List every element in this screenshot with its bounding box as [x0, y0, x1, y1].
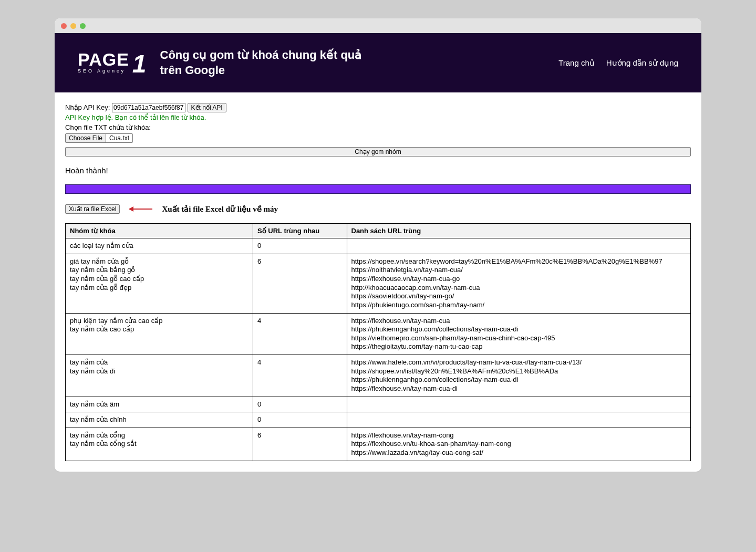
close-icon[interactable]	[61, 23, 67, 29]
cell-count: 0	[253, 238, 347, 254]
export-excel-button[interactable]: Xuất ra file Excel	[65, 204, 120, 214]
main-nav: Trang chủ Hướng dẫn sử dụng	[558, 58, 678, 68]
cell-count: 4	[253, 313, 347, 355]
table-row: các loại tay nắm cửa0	[66, 238, 691, 254]
cell-keywords: tay nắm cửa âm	[66, 397, 253, 412]
connect-api-button[interactable]: Kết nối API	[188, 103, 226, 112]
nav-guide[interactable]: Hướng dẫn sử dụng	[606, 58, 678, 68]
cell-count: 6	[253, 428, 347, 461]
page-title: Công cụ gom từ khoá chung kết quả trên G…	[160, 48, 370, 78]
cell-keywords: tay nắm cửa chính	[66, 412, 253, 428]
window-titlebar	[55, 18, 701, 33]
th-count: Số URL trùng nhau	[253, 224, 347, 238]
cell-keywords: tay nắm cửatay nắm cửa đi	[66, 355, 253, 397]
cell-keywords: giá tay nắm cửa gỗtay nắm cửa bằng gỗtay…	[66, 254, 253, 313]
table-row: tay nắm cửa chính0	[66, 412, 691, 428]
cell-urls: https://shopee.vn/search?keyword=tay%20n…	[347, 254, 691, 313]
cell-keywords: phụ kiện tay nắm cửa cao cấptay nắm cửa …	[66, 313, 253, 355]
cell-count: 4	[253, 355, 347, 397]
chosen-filename: Cua.txt	[106, 134, 132, 142]
site-header: PAGE SEO Agency 1 Công cụ gom từ khoá ch…	[55, 33, 701, 92]
nav-home[interactable]: Trang chủ	[558, 58, 595, 68]
results-table: Nhóm từ khóa Số URL trùng nhau Danh sách…	[65, 223, 691, 461]
th-urls: Danh sách URL trùng	[347, 224, 691, 238]
cell-keywords: tay nắm cửa cổngtay nắm cửa cổng sắt	[66, 428, 253, 461]
cell-urls	[347, 397, 691, 412]
export-hint: Xuất tải file Excel dữ liệu về máy	[162, 204, 278, 214]
api-key-label: Nhập API Key:	[65, 103, 110, 111]
logo: PAGE SEO Agency 1	[78, 53, 147, 74]
cell-urls	[347, 238, 691, 254]
progress-bar	[65, 184, 691, 194]
cell-count: 0	[253, 397, 347, 412]
choose-file-button[interactable]: Choose File	[66, 134, 106, 142]
api-success-message: API Key hợp lệ. Bạn có thể tải lên file …	[65, 113, 691, 121]
maximize-icon[interactable]	[80, 23, 86, 29]
arrow-icon	[129, 209, 152, 210]
logo-subtext: SEO Agency	[78, 68, 129, 74]
logo-one: 1	[132, 55, 147, 74]
minimize-icon[interactable]	[70, 23, 76, 29]
cell-urls	[347, 412, 691, 428]
cell-urls: https://flexhouse.vn/tay-nam-conghttps:/…	[347, 428, 691, 461]
table-row: tay nắm cửatay nắm cửa đi4https://www.ha…	[66, 355, 691, 397]
api-key-input[interactable]	[112, 103, 185, 112]
file-label: Chọn file TXT chứa từ khóa:	[65, 123, 691, 131]
table-row: phụ kiện tay nắm cửa cao cấptay nắm cửa …	[66, 313, 691, 355]
table-row: giá tay nắm cửa gỗtay nắm cửa bằng gỗtay…	[66, 254, 691, 313]
cell-count: 0	[253, 412, 347, 428]
table-row: tay nắm cửa cổngtay nắm cửa cổng sắt6htt…	[66, 428, 691, 461]
cell-keywords: các loại tay nắm cửa	[66, 238, 253, 254]
run-group-button[interactable]: Chạy gom nhóm	[65, 147, 691, 157]
th-keywords: Nhóm từ khóa	[66, 224, 253, 238]
table-row: tay nắm cửa âm0	[66, 397, 691, 412]
cell-urls: https://flexhouse.vn/tay-nam-cuahttps://…	[347, 313, 691, 355]
cell-count: 6	[253, 254, 347, 313]
file-input[interactable]: Choose File Cua.txt	[65, 133, 133, 143]
logo-text: PAGE	[78, 53, 129, 67]
cell-urls: https://www.hafele.com.vn/vi/products/ta…	[347, 355, 691, 397]
status-text: Hoàn thành!	[65, 166, 691, 175]
